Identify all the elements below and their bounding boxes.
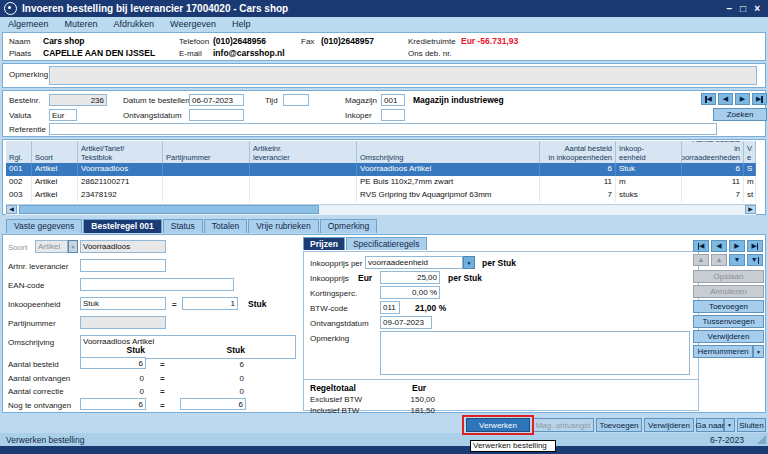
app-window: Invoeren bestelling bij leverancier 1700…: [0, 0, 768, 454]
menu-weergeven[interactable]: Weergeven: [170, 19, 216, 29]
mag-ontvangst-button[interactable]: Mag. ontvangst: [532, 418, 594, 432]
record-prev-button[interactable]: ◀: [711, 240, 727, 252]
soort-dropdown[interactable]: Artikel: [35, 240, 68, 253]
move-bottom-button[interactable]: ▼: [747, 254, 763, 266]
menu-muteren[interactable]: Muteren: [65, 19, 98, 29]
ga-naar-dropdown-icon[interactable]: ▼: [724, 418, 735, 432]
col-artikelnr-leverancier[interactable]: Artikelnr. leverancier: [250, 141, 357, 164]
menu-bar: Algemeen Muteren Afdrukken Weergeven Hel…: [0, 17, 768, 31]
naam-label: Naam: [9, 37, 30, 46]
hernummeren-dropdown-icon[interactable]: ▼: [753, 345, 764, 358]
soort-artikel-field[interactable]: Voorraadloos: [80, 240, 166, 253]
email-label: E-mail: [179, 49, 202, 58]
tab-totalen[interactable]: Totalen: [204, 219, 247, 233]
tab-prijzen[interactable]: Prijzen: [303, 237, 345, 250]
annuleren-button[interactable]: Annuleren: [693, 285, 764, 298]
bestelnr-field[interactable]: 236: [49, 94, 107, 106]
nog-te-ontvangen-field2[interactable]: 6: [180, 398, 246, 410]
inkoopeenheid-label: Inkoopeenheid: [8, 300, 61, 309]
aantal-correctie-value2: 0: [200, 387, 244, 396]
referentie-field[interactable]: [49, 123, 717, 135]
inkoopprijs-per-label: Inkoopprijs per: [310, 259, 362, 268]
inkoper-field[interactable]: [381, 109, 405, 121]
close-icon[interactable]: ×: [754, 1, 760, 16]
aantal-correctie-label: Aantal correctie: [8, 387, 64, 396]
footer-verwijderen-button[interactable]: Verwijderen: [644, 418, 694, 432]
footer-toevoegen-button[interactable]: Toevoegen: [596, 418, 642, 432]
col-artikel[interactable]: Artikel/Tarief/ Tekstblok: [78, 141, 163, 164]
menu-afdrukken[interactable]: Afdrukken: [114, 19, 155, 29]
col-aantal-voorraadeenheden[interactable]: Aantal besteld in voorraadeenheden: [682, 141, 744, 164]
verwijderen-button[interactable]: Verwijderen: [693, 330, 764, 343]
minimize-icon[interactable]: –: [727, 1, 733, 16]
artnr-leverancier-field[interactable]: [80, 259, 166, 272]
col-rgl[interactable]: Rgl.: [6, 141, 32, 164]
move-top-button[interactable]: ▲: [693, 254, 709, 266]
tab-status[interactable]: Status: [163, 219, 203, 233]
nav-first-button[interactable]: ◀: [701, 93, 716, 105]
table-row[interactable]: 001 Artikel Voorraadloos Voorraadloos Ar…: [6, 163, 756, 176]
tab-vrije-rubrieken[interactable]: Vrije rubrieken: [248, 219, 319, 233]
record-first-button[interactable]: ◀: [693, 240, 709, 252]
qty-col2-header: Stuk: [200, 345, 245, 355]
maximize-icon[interactable]: □: [740, 1, 746, 16]
col-aantal-inkoopeenheden[interactable]: Aantal besteld in inkoopeenheden: [540, 141, 616, 164]
col-voorraadeenheid[interactable]: V e: [744, 141, 756, 164]
menu-algemeen[interactable]: Algemeen: [8, 19, 49, 29]
ga-naar-button[interactable]: Ga naar: [696, 418, 724, 432]
factor-field[interactable]: 1: [182, 297, 238, 310]
ean-label: EAN-code: [8, 281, 44, 290]
toevoegen-button[interactable]: Toevoegen: [693, 300, 764, 313]
hernummeren-button[interactable]: Hernummeren: [693, 345, 753, 358]
tab-vaste-gegevens[interactable]: Vaste gegevens: [6, 219, 82, 233]
col-inkoopeenheid[interactable]: Inkoop- eenheid: [616, 141, 682, 164]
soort-dropdown-icon[interactable]: ▼: [68, 240, 78, 253]
col-omschrijving[interactable]: Omschrijving: [357, 141, 540, 164]
tab-opmerking[interactable]: Opmerking: [320, 219, 378, 233]
tijd-field[interactable]: [283, 94, 309, 106]
menu-help[interactable]: Help: [232, 19, 251, 29]
inkoopprijs-currency: Eur: [358, 273, 372, 283]
scroll-right-icon[interactable]: ▶: [745, 205, 756, 214]
opmerking2-field[interactable]: [380, 331, 690, 375]
table-row[interactable]: 002 Artikel 28621100271 PE Buis 110x2,7m…: [6, 176, 756, 189]
horizontal-scrollbar[interactable]: ◀ ▶: [6, 204, 756, 215]
record-next-button[interactable]: ▶: [729, 240, 745, 252]
opmerking-field[interactable]: [49, 66, 757, 85]
inkoopprijs-field[interactable]: 25,00: [380, 271, 440, 284]
resize-grip[interactable]: [757, 435, 766, 444]
nav-last-button[interactable]: ▶: [752, 93, 767, 105]
inkoopprijs-per-dropdown-icon[interactable]: ▼: [463, 256, 475, 269]
sluiten-button[interactable]: Sluiten: [737, 418, 766, 432]
tab-bestelregel[interactable]: Bestelregel 001: [83, 219, 161, 233]
inkoopprijs-per-dropdown[interactable]: voorraadeenheid: [365, 256, 463, 269]
tussenvoegen-button[interactable]: Tussenvoegen: [693, 315, 764, 328]
aantal-besteld-field[interactable]: 6: [80, 357, 146, 369]
ontvangstdatum-field[interactable]: [189, 109, 244, 121]
opslaan-button[interactable]: Opslaan: [693, 270, 764, 283]
move-up-button[interactable]: ▲: [711, 254, 727, 266]
col-soort[interactable]: Soort: [32, 141, 78, 164]
remark-panel: Opmerking: [2, 63, 766, 88]
kortingsperc-field[interactable]: 0,00 %: [380, 286, 440, 299]
valuta-field[interactable]: Eur: [49, 109, 77, 121]
table-row[interactable]: 003 Artikel 23478192 RVS Gripring tbv Aq…: [6, 189, 756, 202]
supplier-phone: (010)2648956: [213, 36, 266, 46]
btw-code-field[interactable]: 011: [380, 301, 400, 314]
scroll-left-icon[interactable]: ◀: [6, 205, 17, 214]
nog-te-ontvangen-field1[interactable]: 6: [80, 398, 146, 410]
magazijn-field[interactable]: 001: [381, 94, 405, 106]
datum-field[interactable]: 06-07-2023: [189, 94, 244, 106]
col-partijnummer[interactable]: Partijnummer: [163, 141, 250, 164]
partijnummer-field[interactable]: [80, 316, 166, 329]
tab-specificatieregels[interactable]: Specificatieregels: [346, 237, 427, 250]
record-last-button[interactable]: ▶: [747, 240, 763, 252]
nav-next-button[interactable]: ▶: [735, 93, 750, 105]
inkoopeenheid-field[interactable]: Stuk: [80, 297, 166, 310]
move-down-button[interactable]: ▼: [729, 254, 745, 266]
scrollbar-thumb[interactable]: [19, 205, 319, 214]
zoeken-button[interactable]: Zoeken: [713, 108, 767, 121]
ontvangstdatum2-field[interactable]: 09-07-2023: [380, 316, 432, 329]
nav-prev-button[interactable]: ◀: [718, 93, 733, 105]
ean-field[interactable]: [80, 278, 234, 291]
